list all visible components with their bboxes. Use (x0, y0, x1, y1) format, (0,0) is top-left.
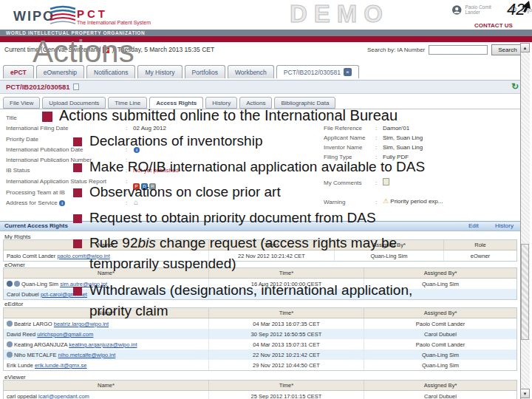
field-label: Address for Service i (6, 200, 65, 206)
field-label: Applicant Name (324, 134, 365, 141)
field-value: 02 Aug 2012 (133, 125, 166, 132)
tab-epct[interactable]: ePCT (3, 65, 34, 78)
field-label: Priority Date (6, 136, 38, 143)
warning-value: ⚠ Priority period exp... (383, 197, 443, 205)
search-label: Search by: IA Number (367, 47, 425, 53)
table-row: Keating ARGANJUZA keating.arganjuza@wipo… (4, 339, 516, 349)
bullet-level2: Request to obtain priority document from… (89, 210, 376, 226)
field-label: International Filing Date (6, 125, 69, 132)
eeditor-label: eEditor (4, 301, 23, 307)
table-row: Beatriz LARGO beatriz.largo@wipo.int 04 … (4, 318, 516, 329)
colon (126, 125, 127, 132)
pointer-arrow-icon (522, 1, 531, 13)
scrollbar-track[interactable] (520, 43, 530, 399)
edit-link[interactable]: Edit (468, 222, 479, 229)
bullet-level1: Actions submitted online to the Internat… (59, 107, 398, 124)
globe-icon (7, 352, 13, 358)
tab-portfolios[interactable]: Portfolios (185, 65, 225, 78)
tab-ia-number[interactable]: PCT/IB2012/030581 × (276, 65, 359, 78)
bullet-square (42, 112, 52, 122)
access-rights-section-title: Current Access Rights (4, 222, 68, 229)
ia-panel-title: PCT/IB2012/030581 (6, 83, 79, 91)
table-row: carl oppedal lcarl@opendant.com 25 Sep 2… (4, 391, 516, 399)
field-value: Damon'01 (383, 125, 409, 132)
user-icon (452, 5, 462, 15)
tab-my-history[interactable]: My History (137, 65, 182, 78)
field-value: Sim, Suan Ling (383, 134, 423, 141)
email-link[interactable]: keating.arganjuza@wipo.int (69, 341, 137, 348)
info-icon[interactable]: i (59, 200, 65, 206)
field-label: My Comments (324, 180, 362, 186)
colon (375, 144, 377, 151)
pct-tagline: The International Patent System (77, 20, 151, 25)
email-link[interactable]: niho.metcalfe@wipo.int (58, 352, 116, 358)
table-row: Niho METCALFE niho.metcalfe@wipo.int 22 … (4, 349, 516, 360)
table-header-row: Name* Time* Assigned By* (4, 381, 516, 391)
eeditor-table: Name* Time* Assigned By* Beatriz LARGO b… (3, 307, 517, 371)
logged-in-user: Paolo Comit Lander (466, 4, 506, 15)
comment-note-icon[interactable] (383, 178, 389, 185)
bullet-level2: Withdrawals (designations, international… (89, 282, 412, 299)
wipo-swoosh-icon (49, 3, 77, 27)
field-value: Sim, Suan Ling (383, 144, 423, 151)
refresh-icon[interactable]: ↻ (511, 81, 519, 92)
table-row: Erik Lunde erik.lunde-it@gmx.se 29 Nov 2… (4, 360, 516, 370)
field-label: International Publication Date (6, 146, 83, 153)
history-link[interactable]: History (495, 222, 514, 229)
email-link[interactable]: ulrichspon@gmail.com (37, 331, 93, 338)
field-label: IB Status (6, 167, 30, 174)
globe-icon (7, 341, 13, 347)
screenshot-root: WIPO PCT The International Patent System… (0, 0, 532, 399)
user-icon (7, 281, 13, 287)
scrollbar-thumb[interactable] (521, 244, 529, 340)
scroll-up-icon[interactable]: ▲ (520, 43, 530, 52)
close-tab-icon[interactable]: × (344, 68, 352, 76)
bullet-level2: Make RO/IB international application ava… (89, 159, 425, 175)
colon (375, 134, 377, 141)
pct-logo: PCT (77, 7, 108, 20)
contact-us-link[interactable]: CONTACT US (474, 22, 513, 29)
email-link[interactable]: erik.lunde-it@gmx.se (35, 362, 87, 369)
field-label: Processing Team at IB (6, 189, 65, 196)
field-label: Warning (324, 199, 346, 205)
globe-icon (14, 281, 20, 287)
tab-file-view[interactable]: File View (3, 97, 40, 109)
globe-icon (7, 321, 13, 327)
colon (375, 180, 377, 186)
bullet-square (73, 214, 82, 223)
field-label: File Reference (324, 125, 362, 132)
scroll-down-icon[interactable]: ▼ (520, 389, 530, 398)
bullet-square (73, 188, 82, 197)
bullet-square (73, 287, 82, 296)
field-label: Title (6, 115, 17, 121)
warning-icon: ⚠ (383, 197, 389, 205)
email-link[interactable]: beatriz.largo@wipo.int (54, 321, 109, 327)
demo-watermark: DEMO (290, 0, 389, 28)
colon (375, 125, 377, 132)
bullet-level2: Rule 92bis change request (access rights… (89, 235, 397, 251)
colon (375, 199, 377, 205)
table-row: David Reed ulrichspon@gmail.com 30 Sep 2… (4, 329, 516, 339)
bullet-level2: Observations on close prior art (89, 184, 281, 200)
search-button[interactable]: Search (491, 44, 523, 55)
table-header-row: Name* Time* Assigned By* (4, 268, 516, 279)
field-label: International Publication Number (6, 157, 92, 163)
slide-title: Actions (33, 34, 134, 69)
email-link[interactable]: lcarl@opendant.com (38, 393, 89, 399)
table-header-row: Name* Time* Assigned By* (4, 308, 516, 318)
search-input[interactable] (429, 45, 488, 55)
bullet-level2: Declarations of inventorship (89, 133, 262, 149)
bullet-level2-wrap: temporarily suspended) (89, 256, 236, 272)
tab-workbench[interactable]: Workbench (228, 65, 274, 78)
table-row: Paolo Comit Lander paolo.comit@wipo.int … (4, 250, 516, 261)
document-icon (73, 83, 79, 90)
bullet-square (73, 137, 82, 146)
field-label: Inventor Name (324, 144, 362, 151)
bullet-square (73, 163, 82, 172)
bullet-level2-wrap: priority claim (89, 303, 168, 319)
eviewer-table: Name* Time* Assigned By* carl oppedal lc… (3, 380, 517, 399)
colon (126, 200, 127, 206)
bullet-square (73, 239, 82, 248)
